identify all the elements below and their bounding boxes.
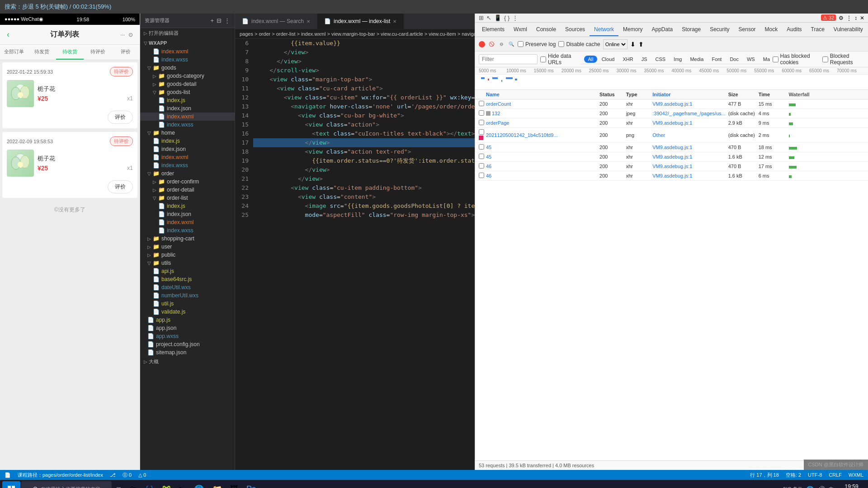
hide-data-urls-checkbox[interactable]: Hide data URLs [540, 53, 578, 66]
devtools-tab-elements[interactable]: Elements [477, 23, 509, 36]
blocked-cookies-checkbox[interactable]: Has blocked cookies [773, 53, 820, 66]
row-check-4[interactable] [479, 144, 484, 150]
tab-pending-receive[interactable]: 待收货 [56, 45, 84, 60]
preserve-log-input[interactable] [518, 41, 524, 47]
net-row-6[interactable]: 46 200 xhr VM9.asdebug.js:1 470 B 17 ms [475, 162, 868, 171]
blocked-requests-input[interactable] [822, 56, 828, 62]
taskbar-app-vscode[interactable]: { } [142, 481, 157, 488]
tree-file-home-json[interactable]: 📄 index.json [140, 145, 235, 153]
tree-folder-home[interactable]: ▽📁 home [140, 129, 235, 137]
devtools-tab-memory[interactable]: Memory [618, 23, 647, 36]
header-initiator[interactable]: Initiator [652, 92, 728, 97]
record-btn[interactable] [479, 41, 485, 47]
search-btn[interactable]: 🔍 [508, 41, 515, 48]
row-check-1[interactable] [479, 110, 484, 116]
header-name[interactable]: Name [486, 92, 599, 97]
tree-file-numberutil-wxs[interactable]: 📄 numberUtil.wxs [140, 291, 235, 300]
nf-tab-img[interactable]: Img [670, 56, 685, 63]
net-row-3[interactable]: 20211205001242_1b4c510fd9... 200 png Oth… [475, 128, 868, 143]
tree-file-app-json[interactable]: 📄 app.json [140, 324, 235, 332]
editor-tab-search[interactable]: 📄 index.wxml — Search ✕ [235, 14, 317, 29]
tree-file-app-js[interactable]: 📄 app.js [140, 316, 235, 324]
filter-btn[interactable]: ⊖ [498, 41, 505, 48]
filter-input[interactable] [479, 54, 538, 64]
vertical-dots-icon[interactable]: ⋮ [846, 15, 852, 21]
import-icon[interactable]: ⬇ [630, 41, 636, 48]
task-view-btn[interactable]: ⊞ [113, 481, 125, 488]
tree-file-goods-list-js[interactable]: 📄 index.js [140, 96, 235, 104]
tree-file-project-config[interactable]: 📄 project.config.json [140, 340, 235, 348]
net-row-1[interactable]: 132 200 jpeg :39042/_.pageframe_/pages/u… [475, 109, 868, 118]
tree-folder-goods-detail[interactable]: ▷📁 goods-detail [140, 80, 235, 88]
tree-folder-shopping-cart[interactable]: ▷📁 shopping-cart [140, 235, 235, 243]
tree-folder-order-list[interactable]: ▽📁 order-list [140, 194, 235, 202]
tree-folder-order[interactable]: ▽📁 order [140, 169, 235, 178]
preserve-log-checkbox[interactable]: Preserve log [518, 41, 556, 47]
nf-tab-doc[interactable]: Doc [726, 56, 742, 63]
devtools-tab-security[interactable]: Security [705, 23, 734, 36]
close-devtools-icon[interactable]: ✕ [860, 15, 864, 21]
row-check-0[interactable] [479, 101, 484, 106]
tree-file-app-wxss[interactable]: 📄 app.wxss [140, 332, 235, 340]
tree-folder-order-confirm[interactable]: ▷📁 order-confirm [140, 178, 235, 186]
clear-btn[interactable]: 🚫 [488, 41, 495, 48]
tree-file-home-wxss[interactable]: 📄 index.wxss [140, 161, 235, 169]
row-check-2[interactable] [479, 120, 484, 125]
tree-folder-order-detail[interactable]: ▷📁 order-detail [140, 186, 235, 194]
search-btn-taskbar[interactable]: 在这里输入你要搜索的内容 [21, 481, 112, 488]
header-type[interactable]: Type [626, 92, 653, 97]
nf-tab-xhr[interactable]: XHR [619, 56, 637, 63]
devtools-tab-vulnerability[interactable]: Vulnerability [829, 23, 868, 36]
taskbar-app-photos[interactable]: 🖼 [226, 481, 242, 488]
tab-reviewed[interactable]: 评价 [112, 45, 140, 60]
export-icon[interactable]: ⬆ [638, 41, 644, 48]
cursor-icon[interactable]: ↖ [486, 14, 491, 21]
start-btn[interactable] [2, 481, 20, 488]
nf-tab-cloud[interactable]: Cloud [598, 56, 618, 63]
header-size[interactable]: Size [728, 92, 759, 97]
open-editors-section[interactable]: ▷ 打开的编辑器 [140, 28, 235, 38]
nf-tab-font[interactable]: Font [708, 56, 725, 63]
net-row-2[interactable]: orderPage 200 xhr VM9.asdebug.js:1 2.9 k… [475, 118, 868, 128]
review-btn-2[interactable]: 评价 [108, 180, 133, 193]
tree-folder-utils[interactable]: ▽📁 utils [140, 259, 235, 267]
devtools-tab-network[interactable]: Network [590, 23, 618, 36]
dock-icon[interactable]: ↕ [854, 15, 857, 21]
header-status[interactable]: Status [599, 92, 626, 97]
row-check-3[interactable] [479, 129, 484, 135]
row-check-5[interactable] [479, 154, 484, 159]
tree-file-order-list-json[interactable]: 📄 index.json [140, 210, 235, 218]
large-section[interactable]: ▷ 大概 [140, 357, 235, 367]
devtools-tab-wxml[interactable]: Wxml [509, 23, 532, 36]
network-requests-table[interactable]: Name Status Type Initiator Size Time Wat… [475, 90, 868, 460]
devtools-tab-sources[interactable]: Sources [561, 23, 590, 36]
tree-folder-goods[interactable]: ▽📁 goods [140, 64, 235, 72]
tab-pending-review[interactable]: 待评价 [84, 45, 112, 60]
tree-file-home-wxml[interactable]: 📄 index.wxml [140, 153, 235, 161]
taskbar-app-file-manager[interactable]: 🗂 [126, 481, 141, 488]
header-time[interactable]: Time [759, 92, 789, 97]
taskbar-app-ps[interactable]: Ps [243, 481, 259, 488]
tab-pending-ship[interactable]: 待发货 [28, 45, 56, 60]
tree-folder-user[interactable]: ▷📁 user [140, 243, 235, 251]
tree-file-sitemap[interactable]: 📄 sitemap.json [140, 348, 235, 357]
tab-all-orders[interactable]: 全部订单 [0, 45, 28, 60]
row-check-6[interactable] [479, 163, 484, 169]
mobile-icon[interactable]: 📱 [494, 14, 501, 21]
nf-tab-media[interactable]: Media [686, 56, 707, 63]
throttle-select[interactable]: Online [603, 39, 627, 49]
disable-cache-checkbox[interactable]: Disable cache [558, 41, 600, 47]
settings-icon[interactable]: ⚙ [839, 15, 844, 21]
devtools-tab-audits[interactable]: Audits [782, 23, 806, 36]
devtools-tab-trace[interactable]: Trace [807, 23, 829, 36]
tree-file-api-js[interactable]: 📄 api.js [140, 267, 235, 275]
tree-file-util-js[interactable]: 📄 util.js [140, 300, 235, 308]
header-waterfall[interactable]: Waterfall [789, 92, 864, 97]
blocked-requests-checkbox[interactable]: Blocked Requests [822, 53, 864, 66]
tree-file-base64src-js[interactable]: 📄 base64src.js [140, 275, 235, 283]
editor-tab-index-list[interactable]: 📄 index.wxml — index-list ✕ [317, 14, 404, 29]
taskbar-app-browser[interactable]: 🌐 [190, 481, 208, 488]
code-editor-area[interactable]: 678910 1112131415 1617181920 2122232425 … [235, 39, 475, 470]
tree-file-order-list-wxss[interactable]: 📄 index.wxss [140, 226, 235, 235]
tree-file-goods-list-json[interactable]: 📄 index.json [140, 104, 235, 113]
